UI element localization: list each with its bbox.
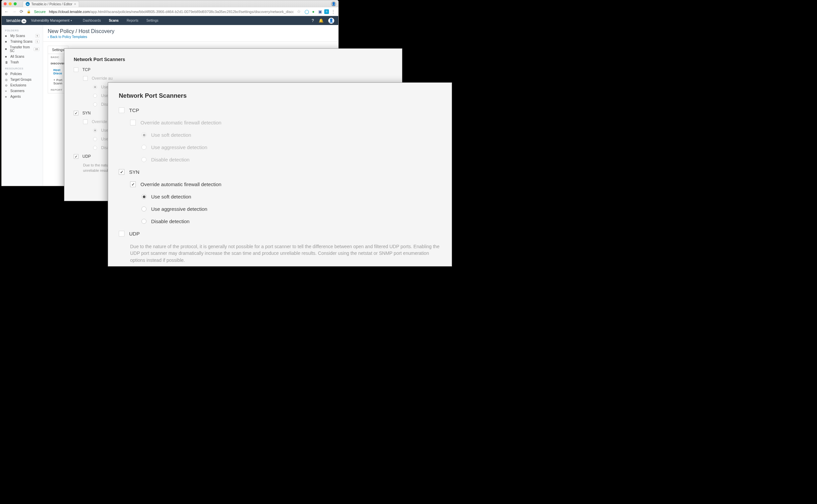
ext-icon[interactable]: ● [311, 9, 316, 14]
sidebar-heading-resources: RESOURCES [2, 65, 43, 71]
sidebar-all-scans[interactable]: ■All Scans [2, 54, 43, 59]
folder-icon: ■ [5, 40, 8, 43]
udp-checkbox[interactable] [119, 231, 124, 236]
disable-radio [93, 102, 97, 106]
udp-label: UDP [82, 154, 91, 159]
reload-icon[interactable]: ⟳ [20, 9, 23, 14]
sidebar-exclusions[interactable]: ⊖Exclusions [2, 82, 43, 88]
ext-icon[interactable]: ◯ [304, 9, 309, 14]
syn-disable-radio[interactable] [141, 219, 146, 224]
tcp-aggressive-label: Use aggressive detection [151, 144, 207, 150]
zoom-panel-2: Network Port Scanners TCP Override autom… [108, 82, 452, 267]
syn-aggressive-label: Use aggressive detection [151, 206, 207, 212]
menu-icon[interactable]: ⋮ [331, 9, 336, 14]
syn-soft-radio[interactable] [141, 194, 146, 199]
chrome-profile-icon[interactable]: 👤 [331, 1, 336, 7]
tcp-label: TCP [82, 67, 90, 72]
syn-label: SYN [129, 169, 139, 175]
close-icon[interactable] [4, 2, 7, 5]
folder-icon: ■ [5, 34, 8, 38]
folder-icon: ■ [5, 47, 8, 51]
syn-override-checkbox[interactable] [83, 119, 88, 124]
tcp-soft-label: Use soft detection [151, 132, 191, 138]
shield-icon: ✪ [5, 72, 8, 76]
folder-icon: ■ [5, 55, 8, 58]
syn-override-label: Override automatic firewall detection [140, 181, 222, 187]
exclusion-icon: ⊖ [5, 84, 8, 87]
lock-icon: 🔒 [27, 10, 31, 13]
target-icon: ◎ [5, 78, 8, 81]
page-title: New Policy / Host Discovery [43, 25, 338, 35]
chevron-left-icon: ‹ [48, 35, 49, 39]
tcp-soft-radio [141, 132, 146, 137]
app-header: tenable.io Vulnerability Management▾ Das… [2, 16, 338, 25]
tcp-override-checkbox [130, 120, 136, 125]
tcp-checkbox[interactable] [119, 107, 124, 113]
syn-aggressive-radio[interactable] [141, 206, 146, 211]
star-icon[interactable]: ☆ [297, 9, 301, 14]
override-checkbox [83, 76, 88, 81]
syn-aggressive-radio [93, 137, 97, 141]
tcp-checkbox[interactable] [74, 67, 78, 72]
syn-override-checkbox[interactable] [130, 181, 136, 187]
url-field[interactable]: https://cloud.tenable.com/app.html#/scan… [49, 10, 294, 14]
sidebar-target-groups[interactable]: ◎Target Groups [2, 77, 43, 82]
ext-icon[interactable]: S [324, 9, 329, 14]
bell-icon[interactable]: 🔔 [319, 18, 324, 23]
back-icon[interactable]: ← [4, 9, 9, 14]
logo[interactable]: tenable.io [6, 18, 26, 23]
ext-icon[interactable]: ▣ [318, 9, 322, 14]
soft-radio [93, 85, 97, 89]
tab-title: Tenable.io / Policies / Editor [31, 2, 72, 6]
sidebar-scanners[interactable]: ≡Scanners [2, 88, 43, 94]
syn-disable-label: Disable detection [151, 218, 189, 224]
syn-checkbox[interactable] [119, 169, 124, 175]
tcp-label: TCP [129, 107, 139, 113]
scanner-icon: ≡ [5, 89, 8, 93]
trash-icon: 🗑 [5, 61, 8, 64]
address-bar: ← → ⟳ 🔒 Secure https://cloud.tenable.com… [2, 7, 338, 16]
udp-checkbox[interactable] [74, 154, 78, 159]
section-title: Network Port Scanners [119, 92, 441, 99]
help-icon[interactable]: ? [312, 18, 314, 23]
override-label: Override au [92, 76, 113, 81]
agent-icon: ⎈ [5, 95, 8, 98]
browser-tab[interactable]: io Tenable.io / Policies / Editor × [23, 1, 79, 7]
nav-scans[interactable]: Scans [109, 19, 118, 22]
syn-disable-radio [93, 146, 97, 150]
forward-icon[interactable]: → [12, 9, 16, 14]
user-avatar[interactable]: 👤 [328, 18, 334, 24]
favicon-icon: io [26, 2, 30, 6]
tcp-disable-label: Disable detection [151, 157, 189, 162]
sidebar-transfer[interactable]: ■Transfer from SC35 [2, 44, 43, 54]
secure-label: Secure [34, 10, 46, 14]
udp-label: UDP [129, 231, 140, 236]
tcp-aggressive-radio [141, 145, 146, 150]
tcp-override-label: Override automatic firewall detection [140, 120, 222, 125]
sidebar-policies[interactable]: ✪Policies [2, 71, 43, 77]
aggressive-radio [93, 94, 97, 98]
product-switcher[interactable]: Vulnerability Management▾ [31, 19, 72, 22]
sidebar-heading-folders: FOLDERS [2, 27, 43, 33]
tcp-disable-radio [141, 157, 146, 162]
sidebar-trash[interactable]: 🗑Trash [2, 59, 43, 65]
extension-icons: ◯ ● ▣ S ⋮ [304, 9, 336, 14]
syn-soft-label: Use soft detection [151, 194, 191, 199]
syn-label: SYN [82, 111, 91, 115]
nav-dashboards[interactable]: Dashboards [83, 19, 101, 22]
syn-checkbox[interactable] [74, 111, 78, 115]
syn-soft-radio [93, 128, 97, 132]
nav-reports[interactable]: Reports [127, 19, 138, 22]
nav-settings[interactable]: Settings [146, 19, 158, 22]
maximize-icon[interactable] [14, 2, 17, 5]
sidebar: FOLDERS ■My Scans5 ■Training Scans1 ■Tra… [2, 25, 43, 186]
back-link[interactable]: ‹Back to Policy Templates [43, 35, 338, 41]
browser-tab-strip: io Tenable.io / Policies / Editor × 👤 [2, 0, 338, 7]
sidebar-my-scans[interactable]: ■My Scans5 [2, 33, 43, 39]
sidebar-training-scans[interactable]: ■Training Scans1 [2, 39, 43, 44]
sidebar-agents[interactable]: ⎈Agents [2, 94, 43, 99]
udp-note: Due to the nature of the protocol, it is… [130, 243, 441, 264]
tab-close-icon[interactable]: × [74, 2, 76, 6]
minimize-icon[interactable] [9, 2, 12, 5]
section-title: Network Port Scanners [74, 57, 393, 62]
